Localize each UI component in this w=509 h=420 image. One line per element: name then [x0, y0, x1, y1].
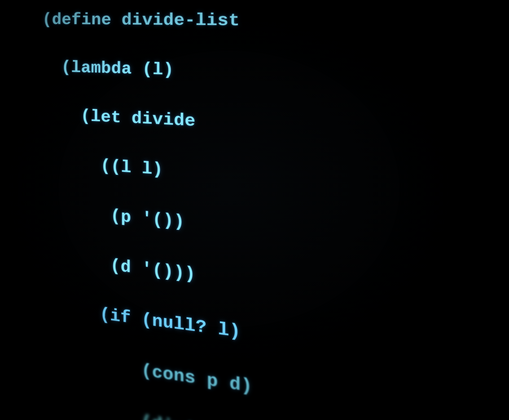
code-line: (define divide-list [42, 8, 509, 38]
code-line: (lambda (l) [42, 55, 509, 97]
screen-photo: (define divide-list (lambda (l) (let div… [0, 0, 509, 420]
code-line: (let divide [41, 102, 509, 157]
code-block: (define divide-list (lambda (l) (let div… [36, 8, 509, 420]
